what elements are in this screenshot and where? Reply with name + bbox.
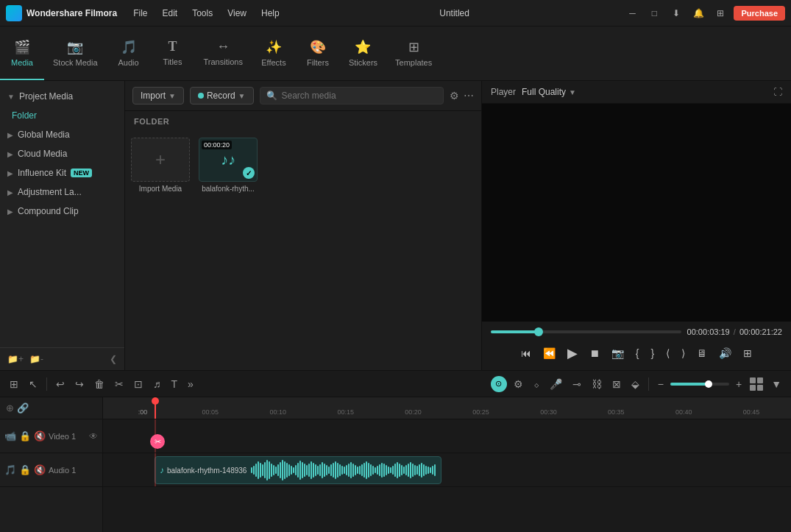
sidebar-item-cloud-media[interactable]: ▶ Cloud Media xyxy=(0,144,124,163)
prev-frame-button[interactable]: ⟨ xyxy=(663,344,673,362)
audio-clip[interactable]: ♪ balafonk-rhythm-148936 xyxy=(155,456,441,484)
snapshot-button[interactable]: 📷 xyxy=(609,344,627,362)
wave-bar xyxy=(341,466,343,475)
menu-edit[interactable]: Edit xyxy=(156,5,183,21)
compound-btn[interactable]: ⊠ xyxy=(609,376,625,392)
out-point-button[interactable]: } xyxy=(648,344,658,362)
tab-stickers[interactable]: ⭐ Stickers xyxy=(340,26,386,80)
add-folder-icon[interactable]: 📁+ xyxy=(7,354,24,364)
menu-tools[interactable]: Tools xyxy=(186,5,219,21)
apps-btn[interactable]: ⊞ xyxy=(712,4,729,22)
transitions-icon: ↔ xyxy=(216,39,230,54)
sidebar-bottom: 📁+ 📁- ❮ xyxy=(0,347,124,370)
sidebar-item-influence-kit[interactable]: ▶ Influence Kit NEW xyxy=(0,163,124,182)
audio-btn[interactable]: ♬ xyxy=(149,376,165,392)
app-logo-icon xyxy=(6,5,22,21)
sidebar-item-global-media[interactable]: ▶ Global Media xyxy=(0,125,124,144)
more-tools-btn[interactable]: » xyxy=(184,376,197,392)
menu-view[interactable]: View xyxy=(221,5,252,21)
split-btn[interactable]: ⊸ xyxy=(569,376,585,392)
progress-track[interactable] xyxy=(491,330,681,333)
tab-transitions-label: Transitions xyxy=(204,57,243,66)
search-input[interactable] xyxy=(282,91,437,101)
import-button[interactable]: Import ▼ xyxy=(132,87,184,104)
record-button[interactable]: Record ▼ xyxy=(190,87,254,104)
grid-view-btn[interactable] xyxy=(748,376,765,392)
sidebar-item-compound-clip[interactable]: ▶ Compound Clip xyxy=(0,202,124,221)
cut-btn[interactable]: ✂ xyxy=(111,376,127,392)
playhead[interactable] xyxy=(155,397,156,419)
audio-lock-icon[interactable]: 🔒 xyxy=(19,464,31,475)
add-track-btn[interactable]: ⊕ xyxy=(6,402,14,414)
text-btn[interactable]: T xyxy=(168,376,182,392)
tab-effects[interactable]: ✨ Effects xyxy=(252,26,296,80)
menu-file[interactable]: File xyxy=(127,5,153,21)
step-back-button[interactable]: ⏪ xyxy=(540,344,558,362)
timeline-select-btn[interactable]: ↖ xyxy=(25,376,41,392)
notification-btn[interactable]: 🔔 xyxy=(689,4,707,22)
filter-icon[interactable]: ⚙ xyxy=(450,90,459,102)
tab-transitions[interactable]: ↔ Transitions xyxy=(195,26,252,80)
import-dropdown-icon: ▼ xyxy=(169,92,176,100)
more-button[interactable]: ⊞ xyxy=(740,344,755,362)
freeze-btn[interactable]: ⬙ xyxy=(628,376,643,392)
video-lock-icon[interactable]: 🔒 xyxy=(19,430,31,441)
tab-audio[interactable]: 🎵 Audio xyxy=(107,26,151,80)
in-point-button[interactable]: { xyxy=(633,344,642,362)
sidebar-item-adjustment-la[interactable]: ▶ Adjustment La... xyxy=(0,182,124,202)
crop-btn[interactable]: ⊡ xyxy=(130,376,146,392)
redo-btn[interactable]: ↪ xyxy=(71,376,88,392)
play-button[interactable]: ▶ xyxy=(564,342,581,364)
audio-media-item[interactable]: ♪♪ 00:00:20 ✓ balafonk-rhyth... xyxy=(199,138,258,193)
sidebar-item-folder[interactable]: Folder xyxy=(0,106,124,125)
video-visibility-icon[interactable]: 👁 xyxy=(89,431,98,441)
skip-back-button[interactable]: ⏮ xyxy=(518,344,534,362)
import-media-item[interactable]: + Import Media xyxy=(131,138,190,193)
zoom-out-btn[interactable]: − xyxy=(654,376,667,392)
zoom-in-btn[interactable]: + xyxy=(732,376,745,392)
audio-mute-icon[interactable]: 🔇 xyxy=(34,464,46,475)
screen-button[interactable]: 🖥 xyxy=(694,344,710,362)
sidebar-item-project-media[interactable]: ▼ Project Media xyxy=(0,87,124,106)
record-dot-icon xyxy=(198,93,204,99)
more-options-icon[interactable]: ⋯ xyxy=(464,90,474,102)
wave-bar xyxy=(390,467,391,473)
settings-btn[interactable]: ⚙ xyxy=(510,376,527,392)
audio-track-label: 🎵 🔒 🔇 Audio 1 xyxy=(0,453,102,487)
arrow-icon-6: ▶ xyxy=(7,208,13,216)
snap-btn[interactable]: ⊙ xyxy=(491,376,507,392)
timeline-tracks: :00 00:05 00:10 00:15 00:20 00:25 00:30 … xyxy=(103,397,791,532)
undo-btn[interactable]: ↩ xyxy=(52,376,68,392)
tab-titles[interactable]: T Titles xyxy=(151,26,195,80)
download-btn[interactable]: ⬇ xyxy=(667,4,685,22)
fullscreen-button[interactable]: ⛶ xyxy=(773,87,782,97)
quality-selector[interactable]: Full Quality ▼ xyxy=(522,87,576,97)
sidebar-folder-label: Folder xyxy=(12,110,37,121)
stop-button[interactable]: ⏹ xyxy=(586,344,603,362)
marker-out-btn[interactable]: 🎤 xyxy=(546,376,566,392)
video-audio-icon[interactable]: 🔇 xyxy=(34,430,46,441)
remove-folder-icon[interactable]: 📁- xyxy=(29,354,43,364)
audio-notes-icon: ♪♪ xyxy=(221,152,235,169)
group-btn[interactable]: ⛓ xyxy=(588,376,606,392)
menu-help[interactable]: Help xyxy=(255,5,285,21)
wave-bar xyxy=(302,462,303,478)
tab-templates[interactable]: ⊞ Templates xyxy=(386,26,441,80)
next-frame-button[interactable]: ⟩ xyxy=(678,344,688,362)
tab-media[interactable]: 🎬 Media xyxy=(0,26,44,80)
timeline-more-btn[interactable]: ▼ xyxy=(767,376,785,392)
minimize-btn[interactable]: ─ xyxy=(623,4,641,22)
tab-filters[interactable]: 🎨 Filters xyxy=(296,26,340,80)
zoom-track[interactable] xyxy=(670,383,729,386)
tab-stock-media[interactable]: 📷 Stock Media xyxy=(44,26,107,80)
timeline-layout-btn[interactable]: ⊞ xyxy=(6,376,22,392)
wave-bar xyxy=(434,464,436,476)
purchase-button[interactable]: Purchase xyxy=(734,6,785,21)
marker-in-btn[interactable]: ⬦ xyxy=(530,376,543,392)
arrow-icon-5: ▶ xyxy=(7,188,13,196)
collapse-sidebar-btn[interactable]: ❮ xyxy=(110,354,117,364)
timeline-body: ⊕ 🔗 📹 🔒 🔇 Video 1 👁 🎵 🔒 🔇 Audio 1 xyxy=(0,397,791,532)
volume-button[interactable]: 🔊 xyxy=(716,344,734,362)
delete-btn[interactable]: 🗑 xyxy=(91,376,108,392)
maximize-btn[interactable]: □ xyxy=(645,4,663,22)
